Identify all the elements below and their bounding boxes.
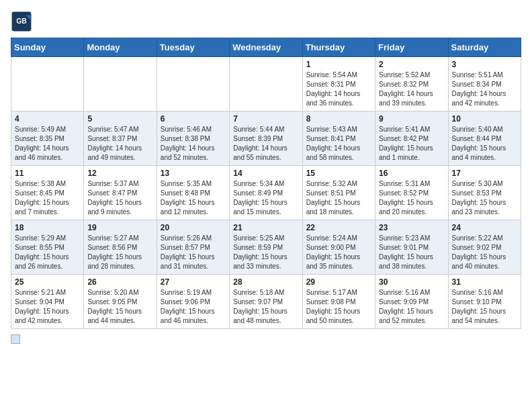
day-number: 21	[233, 223, 298, 232]
day-number: 4	[15, 114, 80, 124]
day-number: 15	[306, 169, 371, 178]
logo: GB	[11, 11, 35, 32]
day-info: Sunrise: 5:19 AM Sunset: 9:06 PM Dayligh…	[161, 288, 226, 326]
day-info: Sunrise: 5:22 AM Sunset: 9:02 PM Dayligh…	[452, 234, 517, 271]
calendar-day-header: Saturday	[448, 38, 521, 57]
page-header: GB	[11, 11, 521, 32]
calendar-day-cell: 3Sunrise: 5:51 AM Sunset: 8:34 PM Daylig…	[448, 57, 521, 111]
day-number: 30	[379, 277, 444, 287]
day-info: Sunrise: 5:21 AM Sunset: 9:04 PM Dayligh…	[15, 288, 80, 326]
day-number: 31	[452, 277, 517, 287]
day-info: Sunrise: 5:29 AM Sunset: 8:55 PM Dayligh…	[15, 234, 80, 271]
calendar-day-cell: 5Sunrise: 5:47 AM Sunset: 8:37 PM Daylig…	[84, 111, 157, 166]
calendar-day-header: Sunday	[11, 38, 84, 57]
calendar-day-cell: 10Sunrise: 5:40 AM Sunset: 8:44 PM Dayli…	[448, 111, 521, 166]
calendar-day-header: Monday	[84, 38, 157, 57]
calendar-day-cell: 6Sunrise: 5:46 AM Sunset: 8:38 PM Daylig…	[157, 111, 229, 166]
calendar-day-cell	[11, 57, 84, 111]
day-number: 8	[306, 114, 371, 124]
day-info: Sunrise: 5:43 AM Sunset: 8:41 PM Dayligh…	[306, 125, 371, 163]
calendar-week-row: 11Sunrise: 5:38 AM Sunset: 8:45 PM Dayli…	[11, 166, 521, 220]
day-info: Sunrise: 5:18 AM Sunset: 9:07 PM Dayligh…	[233, 288, 298, 326]
day-number: 23	[379, 223, 444, 232]
day-info: Sunrise: 5:49 AM Sunset: 8:35 PM Dayligh…	[15, 125, 80, 163]
calendar-day-cell: 13Sunrise: 5:35 AM Sunset: 8:48 PM Dayli…	[157, 166, 229, 220]
day-number: 16	[379, 169, 444, 178]
day-number: 12	[87, 169, 152, 178]
calendar-day-cell: 9Sunrise: 5:41 AM Sunset: 8:42 PM Daylig…	[375, 111, 448, 166]
day-info: Sunrise: 5:25 AM Sunset: 8:59 PM Dayligh…	[233, 234, 298, 271]
day-number: 24	[452, 223, 517, 232]
day-number: 2	[379, 60, 444, 69]
calendar-day-cell: 15Sunrise: 5:32 AM Sunset: 8:51 PM Dayli…	[302, 166, 375, 220]
calendar-week-row: 18Sunrise: 5:29 AM Sunset: 8:55 PM Dayli…	[11, 220, 521, 275]
day-info: Sunrise: 5:34 AM Sunset: 8:49 PM Dayligh…	[233, 179, 298, 217]
day-number: 5	[87, 114, 152, 124]
calendar-day-cell: 31Sunrise: 5:16 AM Sunset: 9:10 PM Dayli…	[448, 275, 521, 329]
day-number: 22	[306, 223, 371, 232]
calendar-day-cell: 8Sunrise: 5:43 AM Sunset: 8:41 PM Daylig…	[302, 111, 375, 166]
day-info: Sunrise: 5:32 AM Sunset: 8:51 PM Dayligh…	[306, 179, 371, 217]
day-info: Sunrise: 5:16 AM Sunset: 9:09 PM Dayligh…	[379, 288, 444, 326]
day-info: Sunrise: 5:46 AM Sunset: 8:38 PM Dayligh…	[161, 125, 226, 163]
day-info: Sunrise: 5:27 AM Sunset: 8:56 PM Dayligh…	[87, 234, 152, 271]
day-info: Sunrise: 5:44 AM Sunset: 8:39 PM Dayligh…	[233, 125, 298, 163]
calendar-day-cell: 12Sunrise: 5:37 AM Sunset: 8:47 PM Dayli…	[84, 166, 157, 220]
day-number: 26	[87, 277, 152, 287]
calendar-day-cell: 21Sunrise: 5:25 AM Sunset: 8:59 PM Dayli…	[230, 220, 302, 275]
day-info: Sunrise: 5:20 AM Sunset: 9:05 PM Dayligh…	[87, 288, 152, 326]
svg-text:GB: GB	[16, 17, 27, 25]
calendar-day-cell: 4Sunrise: 5:49 AM Sunset: 8:35 PM Daylig…	[11, 111, 84, 166]
calendar-day-cell: 24Sunrise: 5:22 AM Sunset: 9:02 PM Dayli…	[448, 220, 521, 275]
day-number: 3	[452, 60, 517, 69]
day-number: 1	[306, 60, 371, 69]
footer	[11, 334, 521, 344]
calendar-day-header: Friday	[375, 38, 448, 57]
calendar-day-header: Wednesday	[230, 38, 302, 57]
calendar-day-cell: 1Sunrise: 5:54 AM Sunset: 8:31 PM Daylig…	[302, 57, 375, 111]
footer-note	[11, 334, 521, 344]
calendar-day-cell	[230, 57, 302, 111]
calendar-day-header: Tuesday	[157, 38, 229, 57]
day-info: Sunrise: 5:35 AM Sunset: 8:48 PM Dayligh…	[161, 179, 226, 217]
calendar-day-cell: 17Sunrise: 5:30 AM Sunset: 8:53 PM Dayli…	[448, 166, 521, 220]
calendar-week-row: 25Sunrise: 5:21 AM Sunset: 9:04 PM Dayli…	[11, 275, 521, 329]
calendar-day-cell: 23Sunrise: 5:23 AM Sunset: 9:01 PM Dayli…	[375, 220, 448, 275]
calendar-day-cell: 14Sunrise: 5:34 AM Sunset: 8:49 PM Dayli…	[230, 166, 302, 220]
day-info: Sunrise: 5:54 AM Sunset: 8:31 PM Dayligh…	[306, 71, 371, 108]
day-number: 14	[233, 169, 298, 178]
calendar-day-cell	[157, 57, 229, 111]
calendar-day-cell: 2Sunrise: 5:52 AM Sunset: 8:32 PM Daylig…	[375, 57, 448, 111]
calendar-day-cell: 27Sunrise: 5:19 AM Sunset: 9:06 PM Dayli…	[157, 275, 229, 329]
day-number: 13	[161, 169, 226, 178]
calendar-day-cell: 22Sunrise: 5:24 AM Sunset: 9:00 PM Dayli…	[302, 220, 375, 275]
day-number: 27	[161, 277, 226, 287]
day-info: Sunrise: 5:47 AM Sunset: 8:37 PM Dayligh…	[87, 125, 152, 163]
day-info: Sunrise: 5:38 AM Sunset: 8:45 PM Dayligh…	[15, 179, 80, 217]
day-number: 20	[161, 223, 226, 232]
day-number: 19	[87, 223, 152, 232]
day-number: 10	[452, 114, 517, 124]
day-number: 11	[15, 169, 80, 178]
calendar-header-row: SundayMondayTuesdayWednesdayThursdayFrid…	[11, 38, 521, 57]
day-number: 25	[15, 277, 80, 287]
calendar-day-cell: 30Sunrise: 5:16 AM Sunset: 9:09 PM Dayli…	[375, 275, 448, 329]
day-info: Sunrise: 5:41 AM Sunset: 8:42 PM Dayligh…	[379, 125, 444, 163]
day-number: 9	[379, 114, 444, 124]
calendar-day-cell: 19Sunrise: 5:27 AM Sunset: 8:56 PM Dayli…	[84, 220, 157, 275]
day-info: Sunrise: 5:30 AM Sunset: 8:53 PM Dayligh…	[452, 179, 517, 217]
calendar-week-row: 4Sunrise: 5:49 AM Sunset: 8:35 PM Daylig…	[11, 111, 521, 166]
logo-icon: GB	[11, 11, 32, 32]
calendar-day-cell: 28Sunrise: 5:18 AM Sunset: 9:07 PM Dayli…	[230, 275, 302, 329]
calendar-day-cell: 25Sunrise: 5:21 AM Sunset: 9:04 PM Dayli…	[11, 275, 84, 329]
calendar-day-cell: 29Sunrise: 5:17 AM Sunset: 9:08 PM Dayli…	[302, 275, 375, 329]
calendar-week-row: 1Sunrise: 5:54 AM Sunset: 8:31 PM Daylig…	[11, 57, 521, 111]
day-number: 7	[233, 114, 298, 124]
day-info: Sunrise: 5:16 AM Sunset: 9:10 PM Dayligh…	[452, 288, 517, 326]
day-info: Sunrise: 5:37 AM Sunset: 8:47 PM Dayligh…	[87, 179, 152, 217]
calendar-day-cell: 18Sunrise: 5:29 AM Sunset: 8:55 PM Dayli…	[11, 220, 84, 275]
day-number: 17	[452, 169, 517, 178]
daylight-legend-box	[11, 334, 20, 344]
calendar-day-cell	[84, 57, 157, 111]
calendar-day-cell: 7Sunrise: 5:44 AM Sunset: 8:39 PM Daylig…	[230, 111, 302, 166]
